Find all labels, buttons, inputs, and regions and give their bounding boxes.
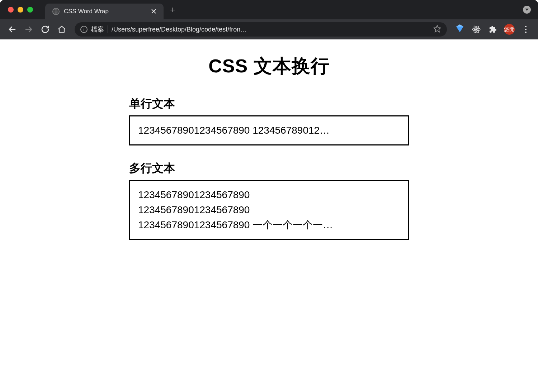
address-bar[interactable]: i 檔案 /Users/superfree/Desktop/Blog/code/…: [75, 22, 447, 37]
home-button[interactable]: [55, 23, 68, 36]
section-heading-multi: 多行文本: [129, 161, 409, 176]
page-content: CSS 文本换行 单行文本 12345678901234567890 12345…: [0, 39, 538, 240]
browser-chrome: CSS Word Wrap + i 檔案 /Users/superfree/De…: [0, 0, 538, 39]
reload-button[interactable]: [39, 23, 52, 36]
maximize-window-button[interactable]: [27, 7, 33, 13]
forward-button[interactable]: [22, 23, 35, 36]
react-devtools-extension-icon[interactable]: [470, 23, 483, 36]
close-tab-button[interactable]: [150, 8, 157, 16]
title-bar: CSS Word Wrap +: [0, 0, 538, 19]
single-line-text-box: 12345678901234567890 123456789012…: [129, 115, 409, 145]
avatar-badge: 悠閒: [504, 24, 515, 35]
browser-tab[interactable]: CSS Word Wrap: [45, 4, 164, 19]
globe-icon: [52, 8, 60, 15]
close-window-button[interactable]: [8, 7, 14, 13]
multi-line-text-box: 12345678901234567890 1234567890123456789…: [129, 180, 409, 240]
extensions-puzzle-icon[interactable]: [486, 23, 499, 36]
profile-avatar[interactable]: 悠閒: [503, 23, 516, 36]
minimize-window-button[interactable]: [18, 7, 23, 13]
svg-point-8: [476, 29, 477, 30]
back-button[interactable]: [6, 23, 19, 36]
new-tab-button[interactable]: +: [170, 4, 175, 15]
url-scheme: 檔案: [91, 25, 104, 34]
site-info-icon[interactable]: i: [80, 26, 88, 33]
section-heading-single: 单行文本: [129, 96, 409, 112]
url-path: /Users/superfree/Desktop/Blog/code/test/…: [112, 26, 430, 33]
sketch-extension-icon[interactable]: [453, 23, 466, 36]
window-controls: [8, 7, 33, 13]
tab-title: CSS Word Wrap: [64, 8, 146, 15]
toolbar: i 檔案 /Users/superfree/Desktop/Blog/code/…: [0, 19, 538, 39]
url-separator: [108, 25, 108, 33]
svg-marker-7: [434, 25, 440, 32]
browser-menu-button[interactable]: [519, 23, 532, 36]
bookmark-star-icon[interactable]: [433, 25, 441, 34]
tabs-dropdown-button[interactable]: [523, 6, 531, 14]
page-title: CSS 文本换行: [129, 54, 409, 79]
